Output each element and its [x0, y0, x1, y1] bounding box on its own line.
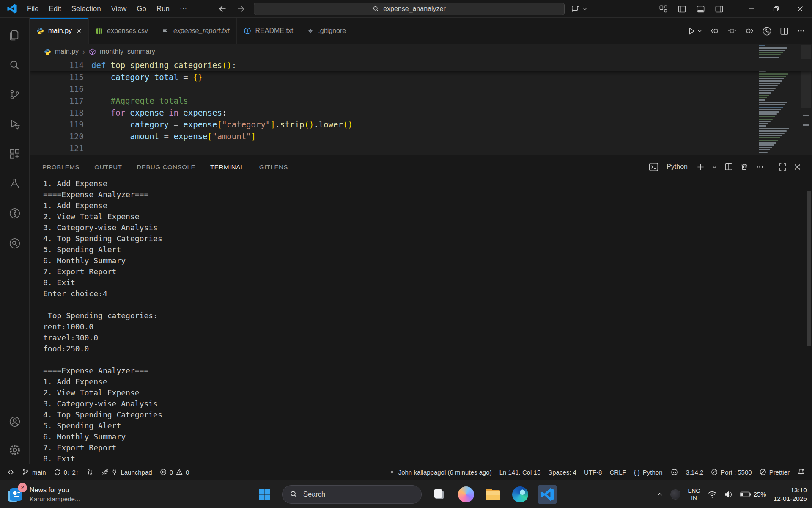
menu-run[interactable]: Run	[152, 3, 174, 15]
tab-expense-report-txt[interactable]: expense_report.txt	[155, 18, 237, 44]
start-button[interactable]	[255, 485, 274, 504]
kill-terminal-icon[interactable]	[740, 163, 749, 171]
gitlens-prev-change-icon[interactable]	[710, 26, 719, 36]
search-sidebar-icon[interactable]	[8, 59, 21, 71]
panel-tab-terminal[interactable]: TERMINAL	[210, 155, 244, 178]
restore-button[interactable]	[764, 0, 788, 18]
breadcrumb-file[interactable]: main.py	[55, 48, 79, 55]
file-explorer-button[interactable]	[483, 485, 503, 504]
battery-indicator[interactable]: 25%	[740, 491, 766, 498]
extensions-icon[interactable]	[8, 148, 21, 160]
gitlens-inspect-icon[interactable]	[8, 237, 21, 250]
tray-hidden-icon[interactable]	[670, 489, 680, 500]
tray-chevron-up-icon[interactable]	[656, 491, 663, 498]
tab-readme-txt[interactable]: README.txt	[237, 18, 301, 44]
vscode-app-button[interactable]	[538, 485, 557, 504]
problems-indicator[interactable]: 0 0	[156, 464, 193, 480]
eol-setting[interactable]: CRLF	[606, 464, 630, 480]
panel-tab-debug-console[interactable]: DEBUG CONSOLE	[137, 155, 195, 178]
copilot-menu[interactable]	[571, 0, 587, 18]
git-graph-icon[interactable]	[762, 26, 772, 36]
code-text: #Aggregte totals	[91, 95, 188, 107]
taskbar-search[interactable]: Search	[282, 485, 422, 504]
settings-gear-icon[interactable]	[8, 444, 21, 456]
terminal-dropdown-icon[interactable]	[712, 164, 717, 170]
toggle-panel-icon[interactable]	[696, 5, 705, 14]
volume-icon[interactable]	[724, 491, 733, 498]
terminal-output[interactable]: 1. Add Expense====Expense Analyzer===1. …	[30, 178, 812, 464]
copilot-status-icon[interactable]	[667, 464, 682, 480]
run-debug-icon[interactable]	[8, 118, 21, 130]
testing-icon[interactable]	[8, 177, 21, 190]
breadcrumb-symbol[interactable]: monthly_summary	[100, 48, 155, 55]
panel-more-icon[interactable]	[756, 163, 764, 171]
clock[interactable]: 13:10 12-01-2026	[774, 486, 807, 503]
minimap-line	[759, 152, 768, 153]
sync-indicator[interactable]: 0↓ 2↑	[50, 464, 83, 480]
toggle-sidebar-icon[interactable]	[678, 5, 686, 14]
indentation-setting[interactable]: Spaces: 4	[544, 464, 580, 480]
tab-gitignore[interactable]: .gitignore	[300, 18, 353, 44]
gitlens-changes-icon[interactable]	[727, 26, 737, 36]
code-editor[interactable]: 114 def top_spending_categories(): 115 c…	[30, 59, 812, 155]
scrollbar-thumb[interactable]	[801, 45, 811, 108]
minimap-line	[759, 80, 782, 82]
widgets-button[interactable]: 2 News for you Karur stampede...	[6, 480, 80, 508]
nav-forward-icon[interactable]	[237, 5, 245, 13]
toggle-secondary-sidebar-icon[interactable]	[715, 5, 724, 14]
commit-info[interactable]: John kallappagol (6 minutes ago)	[385, 464, 496, 480]
panel-tab-gitlens[interactable]: GITLENS	[259, 155, 288, 178]
run-python-button[interactable]	[688, 27, 702, 35]
formatter-indicator[interactable]: Prettier	[756, 464, 793, 480]
gitlens-next-change-icon[interactable]	[745, 26, 754, 36]
explorer-icon[interactable]	[8, 29, 21, 41]
notifications-bell-icon[interactable]	[793, 464, 809, 480]
wifi-icon[interactable]	[708, 491, 717, 498]
encoding-setting[interactable]: UTF-8	[580, 464, 606, 480]
editor-line: 119 category = expense["category"].strip…	[30, 119, 812, 130]
task-view-button[interactable]	[429, 485, 449, 504]
customize-layout-icon[interactable]	[659, 5, 668, 14]
close-panel-icon[interactable]	[794, 163, 801, 171]
command-center-search[interactable]: expense_ananalyzer	[254, 3, 565, 15]
launchpad-indicator[interactable]: Launchpad	[97, 464, 156, 480]
branch-indicator[interactable]: main	[18, 464, 50, 480]
maximize-panel-icon[interactable]	[779, 163, 787, 171]
search-value: expense_ananalyzer	[383, 5, 446, 13]
vscode-logo-icon	[7, 3, 17, 14]
remote-indicator[interactable]	[3, 464, 18, 480]
sticky-code: def top_spending_categories():	[91, 59, 236, 71]
menu-file[interactable]: File	[22, 3, 43, 15]
account-icon[interactable]	[8, 415, 21, 428]
tab-close-icon[interactable]	[76, 28, 82, 34]
minimize-button[interactable]	[740, 0, 764, 18]
menu-go[interactable]: Go	[132, 3, 151, 15]
edge-browser-button[interactable]	[510, 485, 530, 504]
copilot-app-button[interactable]	[456, 485, 476, 504]
python-version[interactable]: 3.14.2	[682, 464, 708, 480]
terminal-line	[43, 354, 812, 365]
tab-main-py[interactable]: main.py	[30, 18, 89, 44]
git-compare-indicator[interactable]	[82, 464, 97, 480]
menu-edit[interactable]: Edit	[44, 3, 66, 15]
menu-view[interactable]: View	[107, 3, 132, 15]
split-editor-icon[interactable]	[780, 27, 789, 36]
close-button[interactable]	[788, 0, 812, 18]
source-control-icon[interactable]	[8, 88, 21, 101]
language-mode[interactable]: { } Python	[630, 464, 667, 480]
menu-more[interactable]: ···	[175, 3, 192, 15]
new-terminal-icon[interactable]	[697, 163, 705, 171]
gitlens-icon[interactable]	[8, 207, 21, 220]
panel-tab-output[interactable]: OUTPUT	[94, 155, 122, 178]
nav-back-icon[interactable]	[218, 5, 227, 13]
menu-selection[interactable]: Selection	[67, 3, 106, 15]
cursor-position[interactable]: Ln 141, Col 15	[496, 464, 545, 480]
tab-expenses-csv[interactable]: expenses.csv	[89, 18, 155, 44]
split-terminal-icon[interactable]	[724, 163, 733, 171]
panel-tab-problems[interactable]: PROBLEMS	[42, 155, 80, 178]
more-actions-icon[interactable]	[797, 27, 805, 35]
port-indicator[interactable]: Port : 5500	[707, 464, 755, 480]
minimap-line	[759, 95, 769, 96]
language-indicator[interactable]: ENG IN	[688, 488, 700, 501]
terminal-scrollbar[interactable]	[807, 191, 811, 346]
